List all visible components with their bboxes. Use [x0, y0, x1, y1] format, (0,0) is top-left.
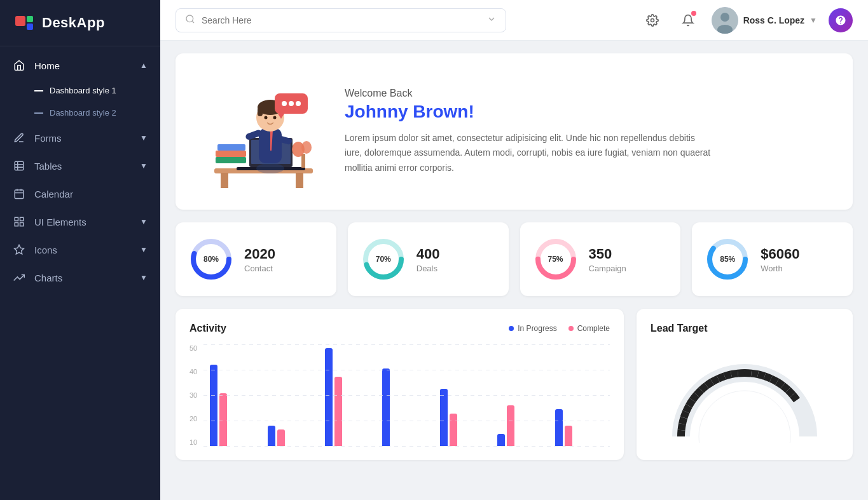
header-actions: Ross C. Lopez ▼ [640, 7, 853, 34]
sidebar-item-calendar[interactable]: Calendar [0, 180, 160, 208]
dash-icon [34, 90, 43, 91]
bar-7-red [565, 426, 572, 446]
search-input[interactable] [202, 15, 480, 25]
bar-2-blue [268, 426, 275, 446]
header: Ross C. Lopez ▼ [160, 0, 868, 41]
stat-card-contact: 80% 2020 Contact [176, 222, 336, 296]
tables-icon [13, 159, 25, 172]
stat-card-worth: 85% $6060 Worth [692, 222, 853, 296]
lead-target-title: Lead Target [651, 323, 839, 334]
bar-1-blue [210, 365, 217, 446]
sidebar-item-ui-elements[interactable]: UI Elements ▼ [0, 208, 160, 236]
search-box[interactable] [176, 8, 506, 32]
bar-1-red [219, 393, 227, 446]
forms-chevron: ▼ [140, 133, 148, 142]
bar-5-blue [440, 389, 448, 446]
worth-label: Worth [761, 264, 799, 273]
worth-value: $6060 [761, 246, 799, 262]
svg-line-14 [192, 21, 194, 23]
deals-percent: 70% [376, 255, 391, 264]
user-name: Ross C. Lopez [743, 15, 804, 25]
sidebar: DeskApp Home ▲ Dashboard style 1 Dashboa… [0, 0, 160, 500]
legend-complete: Complete [568, 324, 610, 333]
sidebar-item-charts[interactable]: Charts ▼ [0, 264, 160, 292]
calendar-icon [13, 187, 25, 200]
svg-point-31 [256, 163, 284, 173]
stat-card-deals: 70% 400 Deals [348, 222, 509, 296]
sidebar-item-dashboard-style-1[interactable]: Dashboard style 1 [0, 79, 160, 102]
help-button[interactable] [829, 8, 853, 32]
svg-rect-25 [216, 151, 246, 157]
sidebar-item-tables[interactable]: Tables ▼ [0, 152, 160, 180]
svg-point-38 [273, 116, 277, 119]
bottom-row: Activity In Progress Complete [176, 309, 853, 460]
welcome-text: Welcome Back Johnny Brown! Lorem ipsum d… [345, 88, 830, 175]
sidebar-item-icons[interactable]: Icons ▼ [0, 236, 160, 264]
charts-label: Charts [34, 273, 62, 283]
dash-icon-2 [34, 112, 43, 114]
user-dropdown[interactable]: Ross C. Lopez ▼ [712, 7, 817, 34]
svg-rect-8 [15, 217, 18, 220]
campaign-value: 350 [589, 246, 626, 262]
settings-button[interactable] [640, 8, 665, 32]
svg-point-17 [720, 13, 729, 22]
svg-rect-36 [258, 107, 263, 116]
gridline-20 [203, 421, 610, 421]
tables-label: Tables [34, 161, 62, 172]
svg-rect-11 [15, 223, 18, 226]
home-chevron: ▲ [140, 61, 148, 70]
contact-value: 2020 [244, 246, 275, 262]
chart-header: Activity In Progress Complete [189, 323, 610, 334]
gridline-30 [203, 395, 610, 396]
ui-elements-label: UI Elements [34, 217, 86, 227]
svg-point-43 [289, 101, 294, 106]
deals-value: 400 [417, 246, 440, 262]
bar-6-red [507, 405, 514, 446]
search-dropdown-icon [486, 14, 497, 27]
lead-target-card: Lead Target [637, 309, 853, 460]
sidebar-item-forms[interactable]: Forms ▼ [0, 124, 160, 152]
svg-point-42 [282, 101, 287, 106]
forms-icon [13, 132, 25, 144]
svg-rect-26 [217, 144, 245, 151]
svg-marker-12 [15, 245, 24, 254]
app-logo-text: DeskApp [42, 15, 105, 31]
sidebar-nav: Home ▲ Dashboard style 1 Dashboard style… [0, 46, 160, 297]
bar-2-red [277, 429, 285, 446]
avatar [712, 7, 738, 34]
notification-button[interactable] [676, 8, 700, 32]
welcome-name: Johnny Brown! [345, 102, 830, 122]
svg-point-13 [186, 15, 193, 22]
bar-5-red [450, 414, 457, 446]
icons-icon [13, 243, 25, 256]
home-icon [13, 59, 25, 72]
bar-group-3 [325, 348, 373, 446]
worth-percent: 85% [720, 255, 735, 264]
campaign-percent: 75% [548, 255, 563, 264]
in-progress-label: In Progress [518, 324, 556, 333]
user-chevron-icon: ▼ [809, 16, 817, 25]
campaign-label: Campaign [589, 264, 626, 273]
calendar-label: Calendar [34, 189, 73, 199]
complete-label: Complete [577, 324, 610, 333]
svg-rect-20 [221, 173, 228, 188]
content-area: Welcome Back Johnny Brown! Lorem ipsum d… [160, 41, 868, 500]
bar-group-6 [497, 405, 546, 446]
charts-icon [13, 271, 25, 284]
sidebar-item-home[interactable]: Home ▲ [0, 51, 160, 79]
svg-point-54 [699, 391, 790, 443]
gauge-chart [651, 344, 839, 446]
deals-donut: 70% [361, 236, 406, 282]
y-axis: 50 40 30 20 10 [189, 344, 203, 446]
bar-group-2 [268, 426, 316, 446]
campaign-donut: 75% [533, 236, 579, 282]
gridline-50 [203, 344, 610, 345]
dashboard-style-1-label: Dashboard style 1 [50, 86, 116, 95]
bar-3-red [334, 377, 342, 446]
charts-chevron: ▼ [140, 273, 148, 282]
deals-label: Deals [417, 264, 440, 273]
stats-row: 80% 2020 Contact 70% 400 De [176, 222, 853, 296]
sidebar-item-dashboard-style-2[interactable]: Dashboard style 2 [0, 102, 160, 124]
icons-label: Icons [34, 245, 57, 255]
sidebar-logo[interactable]: DeskApp [0, 0, 160, 46]
